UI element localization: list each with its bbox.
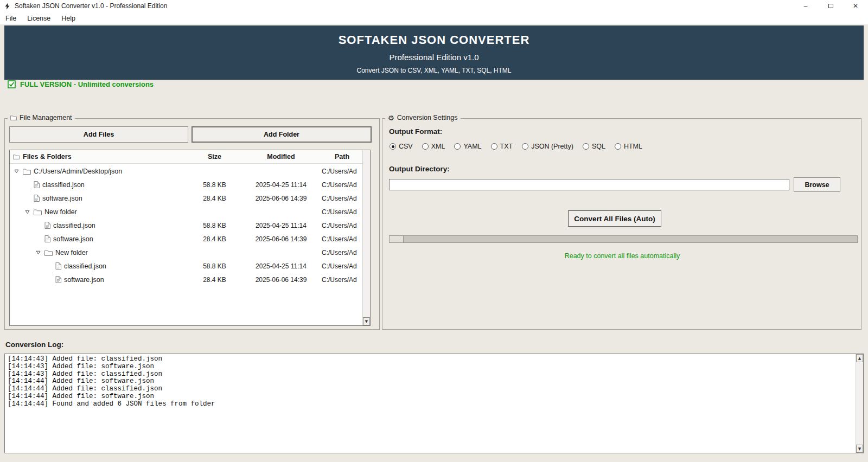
- menu-bar: FileLicenseHelp: [0, 12, 868, 24]
- cell-modified: 2025-06-06 14:39: [240, 276, 322, 284]
- conversion-log-label: Conversion Log:: [5, 341, 63, 349]
- arrow-down-icon: ▼: [858, 447, 861, 451]
- file-management-label: File Management: [8, 114, 75, 121]
- tree-body: C:/Users/Admin/Desktop/jsonC:/Users/Adcl…: [10, 164, 362, 325]
- file-icon: [34, 181, 40, 188]
- table-row[interactable]: classified.json58.8 KB2025-04-25 11:14C:…: [10, 219, 362, 232]
- scroll-down-button[interactable]: ▼: [363, 317, 370, 325]
- conversion-settings-group: ⚙ Conversion Settings Output Format: CSV…: [382, 118, 861, 330]
- expand-toggle-icon[interactable]: [24, 209, 31, 214]
- menu-item-help[interactable]: Help: [56, 13, 81, 24]
- maximize-button[interactable]: [818, 0, 843, 12]
- window-controls: – ✕: [793, 0, 868, 12]
- file-icon: [55, 262, 61, 270]
- title-bar: Softaken JSON Converter v1.0 - Professio…: [0, 0, 868, 12]
- expand-toggle-icon[interactable]: [13, 169, 20, 174]
- format-radio-txt[interactable]: TXT: [491, 143, 513, 150]
- format-options: CSVXMLYAMLTXTJSON (Pretty)SQLHTML: [390, 143, 642, 150]
- tree-header: Files & Folders Size Modified Path: [10, 150, 362, 164]
- cell-size: 28.4 KB: [189, 276, 240, 284]
- cell-path: C:/Users/Ad: [322, 276, 362, 284]
- column-header-files-folders[interactable]: Files & Folders: [10, 153, 189, 161]
- radio-icon: [522, 143, 528, 150]
- cell-path: C:/Users/Ad: [322, 262, 362, 270]
- conversion-log[interactable]: [14:14:43] Added file: classified.json […: [4, 354, 864, 453]
- header-banner: SOFTAKEN JSON CONVERTER Professional Edi…: [4, 25, 864, 80]
- cell-path: C:/Users/Ad: [322, 181, 362, 189]
- maximize-icon: [828, 4, 833, 8]
- format-radio-html[interactable]: HTML: [615, 143, 642, 150]
- radio-icon: [583, 143, 589, 150]
- format-label: JSON (Pretty): [531, 143, 573, 150]
- row-label: C:/Users/Admin/Desktop/json: [34, 168, 122, 175]
- file-tree: Files & Folders Size Modified Path C:/Us…: [9, 150, 371, 326]
- table-row[interactable]: New folderC:/Users/Ad: [10, 205, 362, 219]
- cell-modified: 2025-04-25 11:14: [240, 181, 322, 189]
- convert-all-button[interactable]: Convert All Files (Auto): [568, 210, 661, 227]
- cell-name: software.json: [10, 235, 189, 243]
- scroll-up-button[interactable]: ▲: [856, 354, 863, 362]
- cell-path: C:/Users/Ad: [322, 222, 362, 229]
- table-row[interactable]: classified.json58.8 KB2025-04-25 11:14C:…: [10, 259, 362, 273]
- column-header-modified[interactable]: Modified: [240, 153, 322, 161]
- column-header-path[interactable]: Path: [322, 153, 362, 161]
- radio-icon: [454, 143, 461, 150]
- minimize-button[interactable]: –: [793, 0, 818, 12]
- file-icon: [44, 235, 50, 242]
- group-label-text: Conversion Settings: [397, 114, 458, 121]
- menu-item-license[interactable]: License: [22, 13, 56, 24]
- add-folder-button[interactable]: Add Folder: [192, 126, 372, 143]
- progress-fill: [390, 236, 404, 242]
- expand-toggle-icon[interactable]: [35, 250, 42, 255]
- cell-size: 58.8 KB: [189, 181, 240, 189]
- cell-name: New folder: [10, 208, 189, 216]
- cell-path: C:/Users/Ad: [322, 249, 362, 256]
- radio-icon: [491, 143, 497, 150]
- tree-scrollbar[interactable]: ▼: [362, 150, 370, 325]
- license-text: FULL VERSION - Unlimited conversions: [20, 80, 154, 88]
- output-directory-input[interactable]: [389, 179, 789, 190]
- format-radio-xml[interactable]: XML: [422, 143, 445, 150]
- radio-icon: [422, 143, 429, 150]
- table-row[interactable]: software.json28.4 KB2025-06-06 14:39C:/U…: [10, 273, 362, 286]
- table-row[interactable]: New folderC:/Users/Ad: [10, 246, 362, 259]
- radio-icon: [390, 143, 396, 150]
- format-label: SQL: [592, 143, 605, 150]
- table-row[interactable]: classified.json58.8 KB2025-04-25 11:14C:…: [10, 178, 362, 191]
- checkbox-checked-icon: [8, 80, 16, 88]
- format-label: CSV: [399, 143, 413, 150]
- cell-name: classified.json: [10, 222, 189, 229]
- format-radio-csv[interactable]: CSV: [390, 143, 413, 150]
- folder-small-icon: [13, 154, 20, 159]
- add-files-button[interactable]: Add Files: [9, 126, 188, 143]
- row-label: software.json: [53, 235, 93, 243]
- format-label: HTML: [624, 143, 642, 150]
- menu-item-file[interactable]: File: [0, 13, 22, 24]
- cell-path: C:/Users/Ad: [322, 208, 362, 216]
- scroll-down-button[interactable]: ▼: [856, 445, 863, 453]
- close-button[interactable]: ✕: [843, 0, 868, 12]
- cell-path: C:/Users/Ad: [322, 168, 362, 175]
- format-label: YAML: [463, 143, 481, 150]
- cell-size: 58.8 KB: [189, 262, 240, 270]
- row-label: classified.json: [53, 222, 95, 229]
- format-radio-yaml[interactable]: YAML: [454, 143, 481, 150]
- cell-size: 28.4 KB: [189, 235, 240, 243]
- browse-button[interactable]: Browse: [794, 177, 840, 192]
- format-radio-json-pretty[interactable]: JSON (Pretty): [522, 143, 573, 150]
- cell-name: New folder: [10, 249, 189, 256]
- log-scrollbar[interactable]: ▲ ▼: [856, 354, 863, 453]
- table-row[interactable]: C:/Users/Admin/Desktop/jsonC:/Users/Ad: [10, 164, 362, 178]
- cell-modified: 2025-04-25 11:14: [240, 222, 322, 229]
- cell-modified: 2025-04-25 11:14: [240, 262, 322, 270]
- cell-modified: 2025-06-06 14:39: [240, 235, 322, 243]
- format-radio-sql[interactable]: SQL: [583, 143, 605, 150]
- row-label: classified.json: [64, 262, 106, 270]
- row-label: software.json: [42, 195, 82, 202]
- table-row[interactable]: software.json28.4 KB2025-06-06 14:39C:/U…: [10, 232, 362, 246]
- table-row[interactable]: software.json28.4 KB2025-06-06 14:39C:/U…: [10, 191, 362, 205]
- folder-icon: [34, 209, 42, 215]
- column-header-size[interactable]: Size: [189, 153, 240, 161]
- close-icon: ✕: [853, 3, 858, 9]
- column-header-text: Files & Folders: [23, 153, 72, 161]
